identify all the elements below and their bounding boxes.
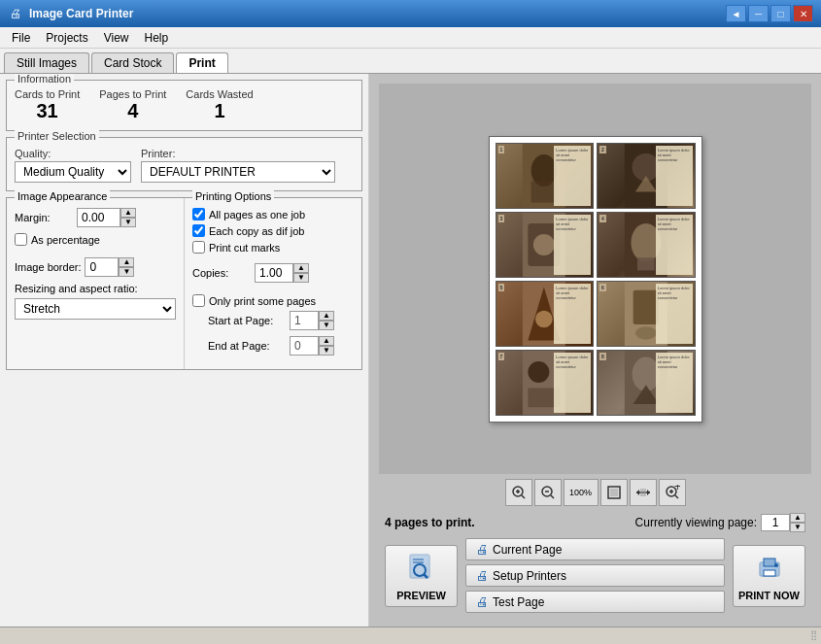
print-now-svg-icon (754, 551, 785, 582)
back-button[interactable]: ◄ (726, 5, 746, 22)
zoom-100-button[interactable]: 100% (564, 479, 599, 506)
all-pages-checkbox[interactable] (192, 208, 205, 220)
end-page-spin-buttons: ▲ ▼ (319, 336, 334, 356)
cut-marks-checkbox[interactable] (192, 241, 205, 254)
cards-to-print-label: Cards to Print (15, 88, 80, 100)
svg-text:+: + (674, 485, 680, 493)
zoom-out-icon (540, 485, 556, 500)
app-icon: 🖨 (8, 6, 23, 21)
copies-up-button[interactable]: ▲ (293, 263, 309, 273)
svg-point-17 (635, 326, 657, 339)
page-down-button[interactable]: ▼ (790, 523, 805, 532)
menu-file[interactable]: File (4, 29, 38, 47)
margin-label: Margin: (15, 212, 73, 223)
resizing-select[interactable]: Stretch Fit Fill Center (15, 298, 176, 320)
end-page-down-button[interactable]: ▼ (319, 346, 334, 356)
fit-page-button[interactable] (600, 479, 628, 506)
viewing-label: Currently viewing page: (635, 516, 757, 529)
margin-input[interactable] (77, 208, 120, 227)
test-page-icon: 🖨 (476, 594, 489, 609)
svg-line-27 (522, 495, 525, 498)
print-now-label: PRINT NOW (738, 590, 800, 601)
preview-icon (406, 551, 437, 588)
close-button[interactable]: ✕ (793, 5, 813, 22)
preview-status-bar: 4 pages to print. Currently viewing page… (379, 511, 811, 534)
page-spin-buttons: ▲ ▼ (790, 513, 805, 532)
current-page-input[interactable] (761, 514, 790, 531)
as-percentage-checkbox[interactable] (15, 233, 27, 246)
each-copy-label: Each copy as dif job (209, 225, 304, 237)
border-input[interactable] (85, 257, 119, 277)
start-page-spin-buttons: ▲ ▼ (319, 311, 334, 330)
cards-wasted-item: Cards Wasted 1 (186, 88, 253, 122)
border-spinner: ▲ ▼ (85, 257, 134, 277)
svg-point-50 (774, 563, 778, 567)
image-border-label: Image border: (15, 261, 81, 273)
current-page-button[interactable]: 🖨 Current Page (465, 538, 725, 560)
menu-view[interactable]: View (96, 29, 137, 47)
quality-field: Quality: Medium Quality Low Quality High… (15, 148, 131, 183)
copies-input[interactable] (255, 263, 293, 283)
card-cell-1: 1 Lorem ipsum dolor sit amet consectetur (496, 143, 595, 209)
test-page-label: Test Page (493, 595, 544, 609)
menu-projects[interactable]: Projects (38, 29, 95, 47)
end-page-input[interactable] (290, 336, 319, 356)
zoom-in-button[interactable] (505, 479, 532, 506)
card-number-1: 1 (498, 146, 505, 153)
quality-select[interactable]: Medium Quality Low Quality High Quality (15, 161, 131, 183)
setup-printers-button[interactable]: 🖨 Setup Printers (465, 564, 725, 587)
only-some-pages-row: Only print some pages (192, 294, 354, 307)
tab-still-images[interactable]: Still Images (4, 52, 89, 73)
tab-bar: Still Images Card Stock Print (0, 49, 821, 74)
end-page-up-button[interactable]: ▲ (319, 336, 334, 346)
card-number-7: 7 (498, 353, 505, 360)
only-some-pages-checkbox[interactable] (192, 294, 205, 307)
start-page-input[interactable] (290, 311, 319, 330)
status-bar: ⣿ (0, 627, 821, 642)
border-down-button[interactable]: ▼ (119, 267, 134, 277)
left-panel: Information Cards to Print 31 Pages to P… (0, 74, 369, 627)
printer-select[interactable]: DEFAULT PRINTER (141, 161, 335, 183)
quality-label: Quality: (15, 148, 131, 159)
card-cell-2: 2 Lorem ipsum dolor sit amet consectetur (597, 143, 696, 209)
margin-down-button[interactable]: ▼ (120, 218, 136, 227)
print-now-button[interactable]: PRINT NOW (733, 545, 805, 607)
print-now-icon (754, 551, 785, 588)
minimize-button[interactable]: ─ (748, 5, 769, 22)
test-page-button[interactable]: 🖨 Test Page (465, 591, 725, 613)
card-number-6: 6 (599, 284, 606, 291)
svg-point-14 (535, 310, 553, 327)
tab-card-stock[interactable]: Card Stock (91, 52, 174, 73)
card-text-1: Lorem ipsum dolor sit amet consectetur (554, 146, 591, 206)
border-up-button[interactable]: ▲ (119, 257, 134, 267)
page-preview: 1 Lorem ipsum dolor sit amet consectetur… (489, 136, 702, 423)
fit-width-button[interactable] (630, 479, 657, 506)
maximize-button[interactable]: □ (770, 5, 791, 22)
only-some-pages-label: Only print some pages (209, 295, 316, 307)
card-text-7: Lorem ipsum dolor sit amet consectetur (554, 353, 591, 413)
card-cell-4: 4 Lorem ipsum dolor sit amet consectetur (597, 212, 696, 278)
end-page-label: End at Page: (208, 340, 286, 352)
margin-up-button[interactable]: ▲ (120, 208, 136, 218)
setup-printers-label: Setup Printers (493, 569, 566, 583)
as-percentage-row: As percentage (15, 233, 176, 246)
svg-rect-32 (610, 489, 618, 496)
card-number-3: 3 (498, 215, 505, 222)
start-page-up-button[interactable]: ▲ (319, 311, 334, 321)
copies-down-button[interactable]: ▼ (293, 273, 309, 283)
page-up-button[interactable]: ▲ (790, 513, 805, 523)
each-copy-checkbox[interactable] (192, 224, 205, 237)
svg-point-19 (529, 361, 550, 383)
menu-help[interactable]: Help (137, 29, 177, 47)
side-action-buttons: 🖨 Current Page 🖨 Setup Printers 🖨 Test P… (465, 538, 725, 613)
card-number-2: 2 (599, 146, 606, 153)
preview-button[interactable]: PREVIEW (385, 545, 458, 607)
zoom-area-button[interactable]: + (659, 479, 686, 506)
card-text-6: Lorem ipsum dolor sit amet consectetur (656, 284, 693, 344)
tab-print[interactable]: Print (176, 52, 227, 73)
info-row: Cards to Print 31 Pages to Print 4 Cards… (15, 85, 354, 122)
card-cell-5: 5 Lorem ipsum dolor sit amet consectetur (496, 281, 595, 347)
start-page-down-button[interactable]: ▼ (319, 321, 334, 330)
zoom-out-button[interactable] (534, 479, 562, 506)
card-number-8: 8 (599, 353, 606, 360)
